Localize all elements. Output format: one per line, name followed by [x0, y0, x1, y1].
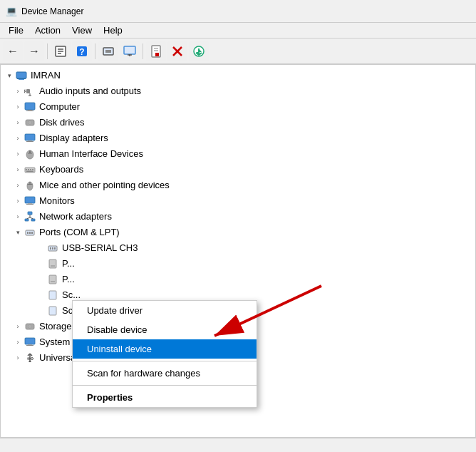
monitors-icon: [24, 195, 36, 207]
toolbar-separator-2: [95, 43, 95, 59]
tree-item-com3[interactable]: › USB-SERIAL CH3: [1, 240, 475, 256]
svg-rect-48: [28, 203, 32, 204]
status-bar: [0, 438, 476, 452]
svg-text:?: ?: [79, 47, 84, 57]
svg-point-72: [29, 326, 31, 327]
tree-root[interactable]: ▾ IMRAN: [1, 68, 475, 83]
tree-item-mice[interactable]: › Mice and other pointing devices: [1, 178, 475, 193]
ctx-update-driver[interactable]: Update driver: [73, 301, 257, 320]
mice-label: Mice and other pointing devices: [39, 178, 475, 192]
computer-chevron: ›: [12, 101, 24, 113]
svg-rect-47: [25, 197, 35, 203]
svg-rect-51: [25, 219, 29, 221]
forward-button[interactable]: →: [24, 41, 44, 61]
tree-item-monitors[interactable]: › Monitors: [1, 193, 475, 209]
menu-help[interactable]: Help: [98, 24, 128, 37]
svg-rect-61: [50, 247, 51, 250]
toolbar-separator-3: [143, 43, 143, 59]
svg-rect-52: [31, 219, 35, 221]
menu-view[interactable]: View: [66, 24, 98, 37]
root-chevron: ▾: [4, 70, 15, 81]
keyboard-label: Keyboards: [39, 163, 475, 177]
menu-file[interactable]: File: [3, 24, 29, 37]
svg-rect-7: [105, 50, 111, 53]
audio-label: Audio inputs and outputs: [39, 84, 475, 98]
ports-chevron: ▾: [12, 227, 24, 238]
ctx-disable-device[interactable]: Disable device: [73, 320, 257, 339]
ctx-separator-2: [73, 385, 257, 386]
tree-item-computer[interactable]: › Computer: [1, 99, 475, 115]
usb-chevron: ›: [12, 352, 24, 364]
tree-item-p2[interactable]: › P...: [1, 272, 475, 287]
properties-button[interactable]: [51, 41, 71, 61]
svg-rect-50: [28, 212, 32, 215]
keyboard-chevron: ›: [12, 164, 24, 175]
mice-chevron: ›: [12, 180, 24, 191]
display-label: Display adapters: [39, 131, 475, 145]
svg-rect-57: [27, 232, 29, 234]
ctx-scan-changes[interactable]: Scan for hardware changes: [73, 364, 257, 383]
toolbar-separator-1: [47, 43, 48, 59]
root-icon: [15, 69, 28, 82]
svg-rect-49: [26, 204, 33, 205]
help-button[interactable]: ?: [72, 41, 92, 61]
svg-rect-64: [49, 260, 56, 268]
root-label: IMRAN: [31, 68, 475, 83]
install-button[interactable]: [189, 41, 209, 61]
svg-rect-34: [26, 141, 33, 142]
monitors-chevron: ›: [12, 195, 24, 207]
svg-rect-74: [28, 344, 32, 345]
tree-item-network[interactable]: › Network adapters: [1, 209, 475, 225]
network-label: Network adapters: [39, 210, 475, 224]
driver-button[interactable]: [146, 41, 166, 61]
svg-rect-26: [25, 103, 35, 110]
network-chevron: ›: [12, 211, 24, 222]
hid-chevron: ›: [12, 148, 24, 160]
remove-button[interactable]: [167, 41, 187, 61]
system-icon: [24, 336, 36, 349]
disk-label: Disk drives: [39, 115, 475, 130]
network-icon: [24, 210, 36, 223]
svg-marker-14: [155, 53, 159, 56]
menu-action[interactable]: Action: [29, 24, 66, 37]
svg-rect-33: [28, 140, 32, 141]
ctx-properties[interactable]: Properties: [73, 388, 257, 407]
svg-point-31: [29, 122, 31, 123]
scan-button[interactable]: [98, 41, 118, 61]
tree-item-hid[interactable]: › Human Interface Devices: [1, 146, 475, 162]
title-bar-text: Device Manager: [21, 6, 83, 16]
display-chevron: ›: [12, 133, 24, 144]
p2-label: P...: [62, 272, 475, 287]
tree-item-audio[interactable]: › Audio inputs and outputs: [1, 83, 475, 99]
svg-rect-23: [26, 89, 30, 93]
context-menu: Update driver Disable device Uninstall d…: [72, 300, 257, 408]
svg-rect-69: [49, 307, 56, 315]
back-button[interactable]: ←: [3, 41, 23, 61]
svg-rect-63: [54, 247, 56, 250]
menu-bar: File Action View Help: [0, 23, 476, 38]
ctx-uninstall-device[interactable]: Uninstall device: [73, 339, 257, 359]
toolbar: ← → ?: [0, 38, 476, 64]
computer-icon: [24, 101, 36, 113]
ports-icon: [24, 226, 36, 239]
tree-item-keyboard[interactable]: › Keyboards: [1, 162, 475, 178]
svg-rect-22: [17, 78, 26, 79]
svg-rect-81: [29, 361, 31, 362]
svg-point-80: [31, 358, 33, 360]
tree-item-p1[interactable]: › P...: [1, 256, 475, 272]
keyboard-icon: [24, 163, 36, 176]
audio-icon: [24, 85, 36, 98]
usb-icon: [24, 351, 36, 364]
disk-icon: [24, 116, 36, 129]
tree-item-display[interactable]: › Display adapters: [1, 130, 475, 146]
svg-rect-59: [31, 232, 33, 234]
hid-label: Human Interface Devices: [39, 147, 475, 161]
svg-rect-28: [26, 111, 33, 111]
display-button[interactable]: [120, 41, 140, 61]
audio-chevron: ›: [12, 86, 24, 97]
app-icon: 💻: [6, 6, 17, 17]
tree-item-ports[interactable]: ▾ Ports (COM & LPT): [1, 225, 475, 240]
com3-label: USB-SERIAL CH3: [62, 241, 475, 255]
svg-rect-58: [29, 232, 31, 234]
tree-item-disk[interactable]: › Disk drives: [1, 115, 475, 130]
